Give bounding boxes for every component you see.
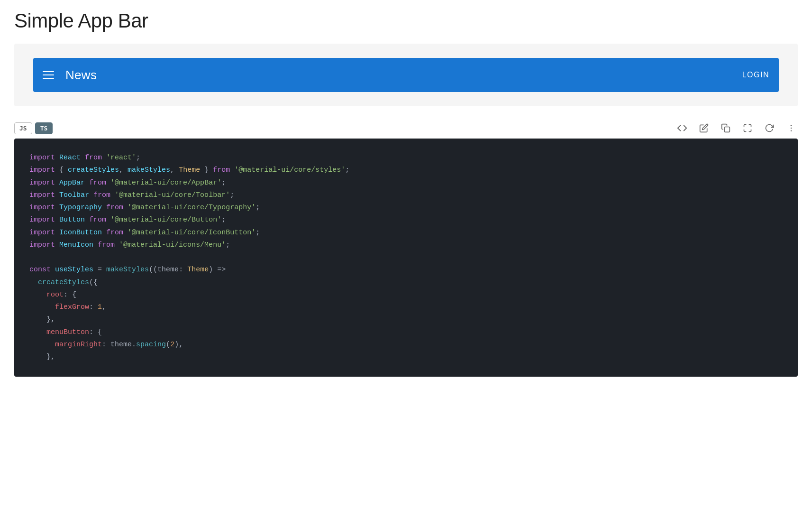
code-line: import React from 'react'; <box>29 152 783 164</box>
svg-rect-0 <box>725 127 730 132</box>
fullscreen-icon[interactable] <box>741 121 754 135</box>
toolbar-icons <box>675 121 798 135</box>
login-button[interactable]: LOGIN <box>742 71 769 79</box>
menu-icon[interactable] <box>43 71 54 79</box>
code-line: root: { <box>29 289 783 301</box>
app-bar: News LOGIN <box>33 58 779 92</box>
code-line: import MenuIcon from '@material-ui/icons… <box>29 239 783 251</box>
svg-point-1 <box>791 125 792 126</box>
more-icon[interactable] <box>785 121 798 135</box>
app-bar-title: News <box>65 68 742 83</box>
code-line: import Typography from '@material-ui/cor… <box>29 202 783 214</box>
code-line: const useStyles = makeStyles((theme: The… <box>29 264 783 276</box>
tab-ts[interactable]: TS <box>35 122 53 134</box>
code-line: marginRight: theme.spacing(2), <box>29 339 783 351</box>
preview-container: News LOGIN <box>14 44 798 106</box>
code-empty-line <box>29 251 783 264</box>
code-line: import { createStyles, makeStyles, Theme… <box>29 164 783 176</box>
svg-point-2 <box>791 128 792 129</box>
tab-js[interactable]: JS <box>14 122 32 134</box>
edit-icon[interactable] <box>697 121 711 135</box>
copy-icon[interactable] <box>719 121 732 135</box>
code-line: }, <box>29 314 783 326</box>
code-toolbar: JS TS <box>14 118 798 139</box>
page-title: Simple App Bar <box>14 9 798 32</box>
code-line: import AppBar from '@material-ui/core/Ap… <box>29 177 783 189</box>
code-line: flexGrow: 1, <box>29 301 783 314</box>
code-icon[interactable] <box>675 121 689 135</box>
code-line: }, <box>29 351 783 363</box>
code-line: import IconButton from '@material-ui/cor… <box>29 227 783 239</box>
refresh-icon[interactable] <box>763 121 776 135</box>
code-line: import Toolbar from '@material-ui/core/T… <box>29 189 783 202</box>
code-line: menuButton: { <box>29 326 783 339</box>
code-tabs: JS TS <box>14 122 53 134</box>
code-line: import Button from '@material-ui/core/Bu… <box>29 214 783 226</box>
svg-point-3 <box>791 130 792 132</box>
code-editor: import React from 'react'; import { crea… <box>14 139 798 377</box>
code-line: createStyles({ <box>29 277 783 289</box>
